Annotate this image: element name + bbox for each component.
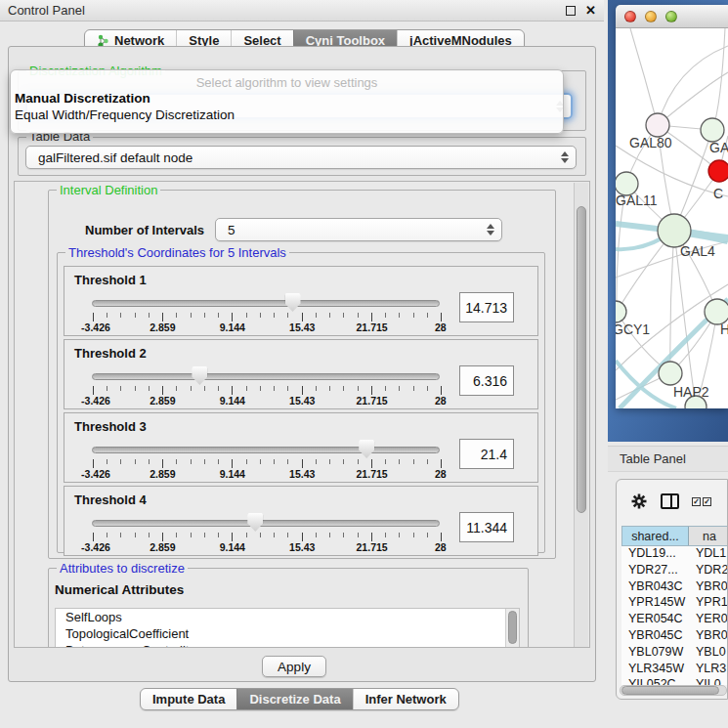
table-row[interactable]: YER054CYER0 (621, 612, 728, 628)
slider-track[interactable] (92, 520, 440, 527)
table-cell: YBR043C (621, 579, 688, 596)
threshold-value-field[interactable]: 21.4 (459, 439, 514, 469)
node-label: HAP2 (673, 384, 709, 400)
tick-marks-major (93, 386, 443, 395)
threshold-4-row: Threshold 4 -3.4262.8599.14415.4321.7152… (64, 486, 538, 556)
threshold-value-field[interactable]: 14.713 (459, 292, 514, 322)
network-view-window: GAL80 GAL11 GAL4 GCY1 HAP2 H GA C (616, 5, 728, 408)
threshold-3-row: Threshold 3 -3.4262.8599.14415.4321.7152… (64, 412, 538, 483)
panel-title: Control Panel (8, 3, 566, 18)
popup-hint: Select algorithm to view settings (11, 70, 563, 90)
threshold-value-field[interactable]: 6.316 (459, 365, 514, 396)
node-attribute-table: shared... na YDL19...YDL1YDR27...YDR2YBR… (621, 526, 728, 686)
table-data-combobox[interactable]: galFiltered.sif default node (25, 146, 577, 169)
tick-label: -3.426 (81, 395, 110, 407)
app-root: Control Panel ✕ Network Style Select Cyn… (0, 0, 728, 728)
table-row[interactable]: YLR345WYLR3 (621, 662, 728, 678)
tick-marks-major (93, 533, 443, 541)
table-row[interactable]: YBR045CYBR0 (621, 628, 728, 645)
popup-option-equal-width[interactable]: Equal Width/Frequency Discretization (11, 107, 563, 123)
list-scrollbar[interactable] (505, 609, 519, 648)
attribute-item[interactable]: TopologicalCoefficient (56, 625, 519, 642)
close-icon[interactable]: ✕ (585, 4, 596, 17)
slider-thumb[interactable] (359, 440, 374, 458)
table-horizontal-scrollbar[interactable] (620, 685, 727, 696)
slider-track[interactable] (92, 373, 440, 380)
scrollbar-thumb[interactable] (621, 686, 719, 695)
table-cell: YPR145W (621, 595, 688, 612)
table-row[interactable]: YBR043CYBR0 (621, 579, 728, 596)
network-desktop-background: GAL80 GAL11 GAL4 GCY1 HAP2 H GA C (608, 0, 728, 442)
table-cell: YBL0 (688, 645, 728, 662)
tick-label: -3.426 (81, 468, 110, 480)
node-table-body[interactable]: YDL19...YDL1YDR27...YDR2YBR043CYBR0YPR14… (621, 546, 728, 685)
gear-icon[interactable] (630, 492, 648, 510)
table-cell: YDR27... (621, 563, 688, 579)
network-canvas[interactable]: GAL80 GAL11 GAL4 GCY1 HAP2 H GA C (616, 28, 728, 408)
tick-label: 28 (435, 468, 447, 480)
algorithm-dropdown-popup: Select algorithm to view settings Manual… (10, 69, 564, 134)
tick-marks-major (93, 313, 443, 321)
group-title: Attributes to discretize (57, 561, 188, 576)
combo-stepper-icon (561, 151, 569, 163)
slider-track[interactable] (92, 300, 440, 307)
control-panel-titlebar: Control Panel ✕ (0, 0, 604, 21)
node-hap2[interactable] (659, 362, 682, 385)
table-cell: YBR0 (688, 579, 728, 596)
column-header-name[interactable]: na (689, 527, 728, 545)
table-row[interactable]: YDR27...YDR2 (621, 563, 728, 579)
tick-label: 15.43 (289, 468, 315, 480)
attribute-item[interactable]: BetweennessCentrality (56, 642, 519, 648)
viewport-scrollbar[interactable] (574, 183, 588, 648)
attributes-group: Attributes to discretize Numerical Attri… (48, 568, 529, 648)
tick-label: 2.859 (150, 321, 175, 333)
minimize-traffic-light-icon[interactable] (645, 11, 657, 22)
tick-marks-major (93, 459, 443, 468)
network-window-titlebar (616, 5, 728, 28)
attribute-item[interactable]: SelfLoops (56, 609, 519, 625)
slider-thumb[interactable] (247, 513, 263, 532)
num-intervals-combobox[interactable]: 5 (215, 218, 502, 241)
table-row[interactable]: YDL19...YDL1 (621, 546, 728, 563)
select-columns-icon[interactable]: ✓✓ (692, 497, 711, 506)
table-row[interactable]: YBL079WYBL0 (621, 645, 728, 662)
slider-thumb[interactable] (192, 366, 207, 385)
node-gcy1[interactable] (616, 301, 626, 322)
node-gal80[interactable] (646, 113, 669, 137)
table-cell: YDR2 (688, 563, 728, 579)
close-traffic-light-icon[interactable] (624, 11, 636, 22)
scrollbar-thumb[interactable] (577, 206, 586, 513)
bottom-tab-bar: Impute Data Discretize Data Infer Networ… (140, 688, 459, 710)
slider-thumb[interactable] (285, 293, 301, 312)
threshold-2-row: Threshold 2 -3.4262.8599.14415.4321.7152… (64, 339, 538, 409)
table-panel-toolbar: ✓✓ (617, 480, 727, 523)
column-header-shared-name[interactable]: shared... (622, 527, 689, 545)
combo-value: galFiltered.sif default node (38, 150, 193, 165)
node-red-selected[interactable] (708, 160, 728, 182)
node-top-right[interactable] (701, 118, 724, 142)
combo-stepper-icon (487, 224, 494, 236)
float-window-icon[interactable] (566, 6, 576, 16)
scrollbar-thumb[interactable] (508, 611, 517, 644)
table-row[interactable]: YPR145WYPR1 (621, 595, 728, 612)
popup-option-manual[interactable]: Manual Discretization (11, 90, 563, 107)
table-cell: YIL0 (688, 677, 728, 685)
node-label: GA (709, 140, 728, 155)
table-header-row: shared... na (621, 526, 728, 546)
zoom-traffic-light-icon[interactable] (665, 11, 677, 22)
tick-label: 15.43 (289, 541, 315, 553)
split-panel-icon[interactable] (661, 493, 679, 509)
node-gal4[interactable] (658, 214, 691, 247)
table-row[interactable]: YIL052CYIL0 (621, 677, 728, 685)
tab-label: Discretize Data (249, 692, 340, 707)
slider-track[interactable] (92, 447, 440, 453)
tab-discretize-data[interactable]: Discretize Data (236, 689, 352, 709)
numerical-attributes-list[interactable]: SelfLoopsTopologicalCoefficientBetweenne… (55, 608, 520, 648)
threshold-label: Threshold 1 (74, 273, 147, 287)
tab-impute-data[interactable]: Impute Data (141, 689, 236, 709)
threshold-value-field[interactable]: 11.344 (459, 512, 514, 542)
table-cell: YDL1 (688, 546, 728, 563)
apply-button[interactable]: Apply (262, 656, 326, 677)
table-cell: YER0 (688, 612, 728, 628)
tab-infer-network[interactable]: Infer Network (353, 689, 458, 709)
